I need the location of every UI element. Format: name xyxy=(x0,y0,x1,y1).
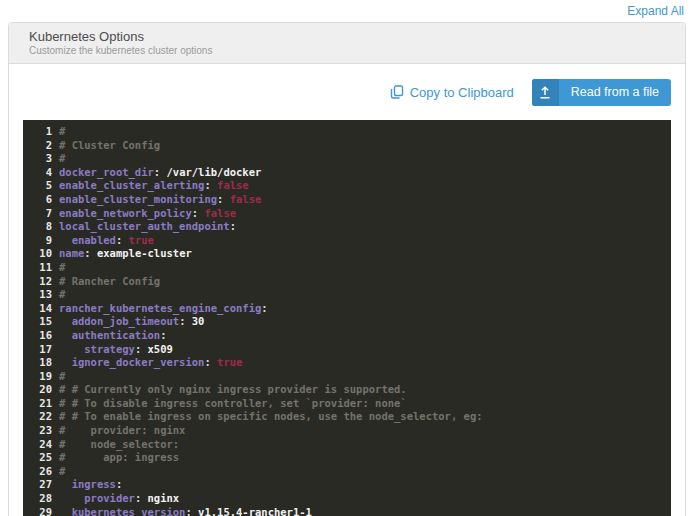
editor-toolbar: Copy to Clipboard Read from a file xyxy=(23,74,671,110)
code-line: 29 kubernetes_version: v1.15.4-rancher1-… xyxy=(23,506,671,516)
code-token: enabled xyxy=(72,234,116,246)
code-token: # Rancher Config xyxy=(59,275,160,287)
code-token: # # To enable ingress on specific nodes,… xyxy=(59,410,483,422)
code-line: 18 ignore_docker_version: true xyxy=(23,356,671,370)
code-token xyxy=(59,478,72,490)
code-text: ignore_docker_version: true xyxy=(59,356,242,370)
code-token: enable_network_policy xyxy=(59,207,192,219)
code-text: authentication: xyxy=(59,329,167,343)
code-text: docker_root_dir: /var/lib/docker xyxy=(59,166,261,180)
code-token: : xyxy=(204,179,217,191)
code-token: authentication xyxy=(72,329,161,341)
line-number: 28 xyxy=(23,492,59,506)
code-text: local_cluster_auth_endpoint: xyxy=(59,220,236,234)
code-token: v1.15.4-rancher1-1 xyxy=(198,506,312,516)
code-token: false xyxy=(230,193,262,205)
code-text: # app: ingress xyxy=(59,451,179,465)
code-token: : xyxy=(261,302,267,314)
code-text: provider: nginx xyxy=(59,492,179,506)
code-line: 8local_cluster_auth_endpoint: xyxy=(23,220,671,234)
read-from-file-button[interactable]: Read from a file xyxy=(532,79,671,106)
code-text: enabled: true xyxy=(59,234,154,248)
line-number: 29 xyxy=(23,506,59,516)
code-text: # # To disable ingress controller, set `… xyxy=(59,397,407,411)
code-line: 12# Rancher Config xyxy=(23,275,671,289)
code-token: : xyxy=(185,506,198,516)
code-token: strategy xyxy=(84,343,135,355)
code-token: : xyxy=(84,247,97,259)
line-number: 26 xyxy=(23,465,59,479)
code-token: provider xyxy=(84,492,135,504)
code-token: kubernetes_version xyxy=(72,506,186,516)
code-line: 23# provider: nginx xyxy=(23,424,671,438)
code-token: : xyxy=(179,315,192,327)
code-token: addon_job_timeout xyxy=(72,315,179,327)
code-token: rancher_kubernetes_engine_config xyxy=(59,302,261,314)
code-line: 1# xyxy=(23,125,671,139)
code-token: true xyxy=(217,356,242,368)
code-line: 5enable_cluster_alerting: false xyxy=(23,179,671,193)
code-token: 30 xyxy=(192,315,205,327)
code-token: # xyxy=(59,261,65,273)
code-text: # # To enable ingress on specific nodes,… xyxy=(59,410,483,424)
line-number: 25 xyxy=(23,451,59,465)
expand-all-link[interactable]: Expand All xyxy=(627,4,684,18)
code-line: 28 provider: nginx xyxy=(23,492,671,506)
code-token: # app: ingress xyxy=(59,451,179,463)
code-line: 6enable_cluster_monitoring: false xyxy=(23,193,671,207)
code-token: : xyxy=(135,343,148,355)
line-number: 27 xyxy=(23,478,59,492)
code-token: docker_root_dir xyxy=(59,166,154,178)
line-number: 20 xyxy=(23,383,59,397)
panel-body: Copy to Clipboard Read from a file 1#2# … xyxy=(9,64,685,516)
code-line: 22# # To enable ingress on specific node… xyxy=(23,410,671,424)
code-line: 24# node_selector: xyxy=(23,438,671,452)
code-line: 17 strategy: x509 xyxy=(23,343,671,357)
code-text: # xyxy=(59,370,65,384)
code-line: 11# xyxy=(23,261,671,275)
line-number: 5 xyxy=(23,179,59,193)
code-token xyxy=(59,234,72,246)
code-token: : xyxy=(154,166,167,178)
code-token: : xyxy=(160,329,166,341)
code-token: : xyxy=(116,234,129,246)
code-token: # Cluster Config xyxy=(59,139,160,151)
code-token: true xyxy=(129,234,154,246)
code-token: # # To disable ingress controller, set `… xyxy=(59,397,407,409)
code-line: 20# # Currently only nginx ingress provi… xyxy=(23,383,671,397)
code-token xyxy=(59,315,72,327)
code-token: : xyxy=(135,492,148,504)
line-number: 6 xyxy=(23,193,59,207)
code-line: 25# app: ingress xyxy=(23,451,671,465)
code-token: : xyxy=(192,207,205,219)
code-line: 15 addon_job_timeout: 30 xyxy=(23,315,671,329)
code-text: # node_selector: xyxy=(59,438,179,452)
code-token: # node_selector: xyxy=(59,438,179,450)
code-line: 3# xyxy=(23,152,671,166)
code-line: 13# xyxy=(23,288,671,302)
copy-to-clipboard-button[interactable]: Copy to Clipboard xyxy=(390,85,514,100)
code-token: # xyxy=(59,370,65,382)
code-text: enable_cluster_alerting: false xyxy=(59,179,249,193)
line-number: 12 xyxy=(23,275,59,289)
code-text: # xyxy=(59,125,65,139)
panel-header: Kubernetes Options Customize the kuberne… xyxy=(9,23,685,64)
line-number: 24 xyxy=(23,438,59,452)
copy-to-clipboard-label: Copy to Clipboard xyxy=(410,85,514,100)
code-token: ingress xyxy=(72,478,116,490)
code-token: x509 xyxy=(148,343,173,355)
code-token: example-cluster xyxy=(97,247,192,259)
line-number: 17 xyxy=(23,343,59,357)
yaml-code-editor[interactable]: 1#2# Cluster Config3#4docker_root_dir: /… xyxy=(23,120,671,516)
line-number: 14 xyxy=(23,302,59,316)
code-line: 21# # To disable ingress controller, set… xyxy=(23,397,671,411)
code-text: enable_network_policy: false xyxy=(59,207,236,221)
code-text: # # Currently only nginx ingress provide… xyxy=(59,383,407,397)
code-token xyxy=(59,492,84,504)
code-line: 26# xyxy=(23,465,671,479)
code-token: false xyxy=(204,207,236,219)
kubernetes-options-panel: Kubernetes Options Customize the kuberne… xyxy=(8,22,686,516)
line-number: 9 xyxy=(23,234,59,248)
code-token: : xyxy=(116,478,122,490)
code-text: kubernetes_version: v1.15.4-rancher1-1 xyxy=(59,506,312,516)
